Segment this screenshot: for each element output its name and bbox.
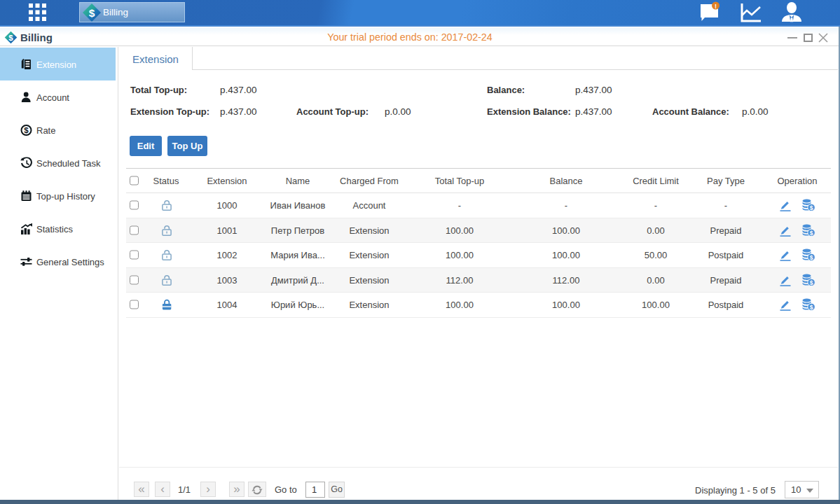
svg-text:$: $ — [810, 204, 813, 211]
svg-text:$: $ — [810, 254, 813, 261]
svg-text:$: $ — [24, 126, 29, 134]
svg-text:$: $ — [810, 229, 813, 236]
svg-text:$: $ — [810, 304, 813, 311]
svg-text:$: $ — [810, 279, 813, 286]
svg-text:$: $ — [8, 34, 13, 42]
svg-text:!: ! — [715, 3, 717, 10]
svg-text:$: $ — [89, 6, 95, 18]
